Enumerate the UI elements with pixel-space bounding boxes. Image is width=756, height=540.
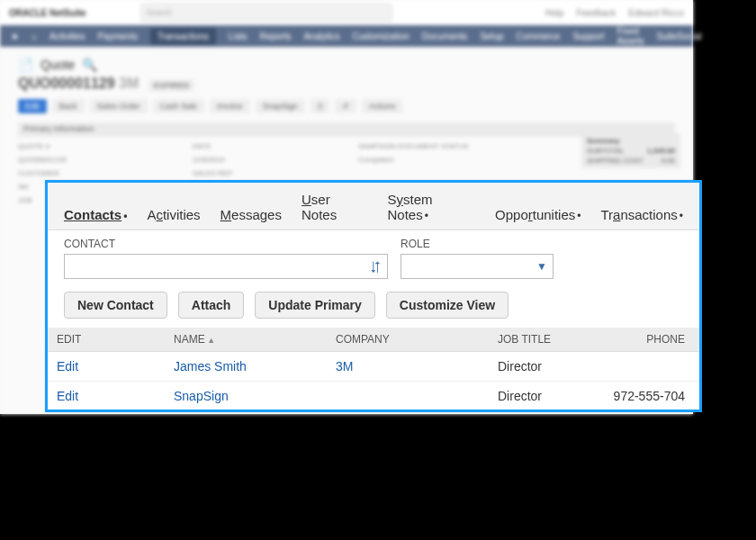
edit-button[interactable]: Edit	[18, 99, 47, 113]
record-number: QUO00001129	[18, 76, 115, 91]
contact-filter-combo[interactable]: ⮃	[64, 254, 388, 279]
customize-view-button[interactable]: Customize View	[386, 292, 508, 319]
role-filter-combo[interactable]: ▼	[400, 254, 554, 279]
record-type: Quote	[40, 58, 75, 72]
brand-logo: ORACLE NetSuite	[9, 8, 86, 18]
help-link[interactable]: Help	[545, 8, 564, 18]
role-filter-label: ROLE	[400, 238, 554, 250]
status-badge: EXPIRED	[148, 79, 195, 92]
jobtitle-cell: Director	[489, 382, 582, 411]
contacts-subtab-panel: Contacts• Activities Messages User Notes…	[45, 180, 702, 412]
table-row: Edit SnapSign Director 972-555-704	[48, 382, 699, 411]
jobtitle-cell: Director	[489, 352, 582, 382]
tab-contacts[interactable]: Contacts•	[64, 207, 127, 222]
update-primary-button[interactable]: Update Primary	[255, 292, 374, 319]
tab-transactions[interactable]: Transactions•	[600, 207, 683, 222]
col-name[interactable]: NAME	[165, 328, 327, 352]
summary-box: Summary SUBTOTAL1,345.00 SHIPPING COST0.…	[581, 133, 680, 168]
tab-user-notes[interactable]: User Notes	[302, 192, 368, 222]
contact-name-link[interactable]: SnapSign	[174, 389, 229, 403]
col-edit[interactable]: EDIT	[48, 328, 165, 352]
chevron-down-icon: ▼	[536, 260, 547, 273]
contact-filter-label: CONTACT	[64, 238, 388, 250]
edit-link[interactable]: Edit	[57, 389, 78, 403]
table-row: Edit James Smith 3M Director	[48, 352, 699, 382]
tab-messages[interactable]: Messages	[220, 207, 282, 222]
tab-activities[interactable]: Activities	[147, 207, 200, 222]
edit-link[interactable]: Edit	[57, 359, 78, 374]
col-phone[interactable]: PHONE	[582, 328, 699, 352]
feedback-link[interactable]: Feedback	[576, 8, 616, 18]
tab-opportunities[interactable]: Opportunities•	[495, 207, 580, 222]
global-search[interactable]: Search	[140, 4, 392, 22]
chevron-updown-icon: ⮃	[369, 262, 382, 271]
user-menu[interactable]: Edward Ricco	[628, 8, 684, 18]
col-company[interactable]: COMPANY	[327, 328, 489, 352]
company-link[interactable]: 3M	[336, 359, 353, 374]
phone-cell: 972-555-704	[582, 382, 699, 411]
attach-button[interactable]: Attach	[178, 292, 245, 319]
contacts-table: EDIT NAME COMPANY JOB TITLE PHONE Edit J…	[48, 328, 699, 411]
tab-system-notes[interactable]: System Notes•	[387, 192, 475, 222]
col-jobtitle[interactable]: JOB TITLE	[489, 328, 582, 352]
phone-cell	[582, 352, 699, 382]
new-contact-button[interactable]: New Contact	[64, 292, 167, 319]
main-nav: ★⌂ Activities Payments Transactions List…	[0, 25, 693, 47]
contact-name-link[interactable]: James Smith	[174, 359, 247, 374]
subtab-bar: Contacts• Activities Messages User Notes…	[48, 183, 699, 230]
